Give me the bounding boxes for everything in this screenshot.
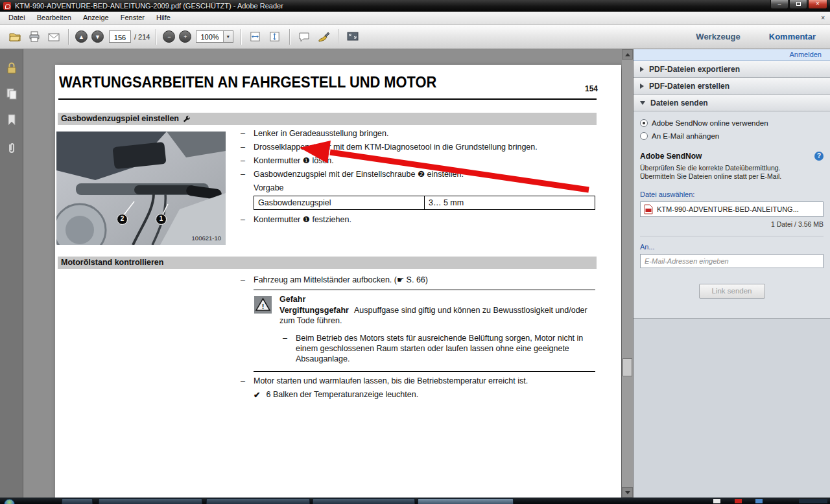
taskbar-button[interactable] [313,498,415,504]
vertical-scrollbar[interactable] [622,49,633,498]
page-number-input[interactable] [110,32,130,43]
email-button[interactable] [46,29,62,45]
send-link-button[interactable]: Link senden [699,284,765,299]
next-page-button[interactable]: ▼ [91,30,104,43]
maximize-button[interactable] [789,0,807,9]
previous-page-button[interactable]: ▲ [75,30,88,43]
taskbar-clock[interactable] [799,499,827,503]
navigation-strip [0,49,23,498]
panel-send-files[interactable]: Dateien senden [634,95,830,111]
warning-bang: ! [262,303,265,310]
tray-icon[interactable] [755,499,763,503]
security-lock-button[interactable] [5,61,19,75]
list-item: Kontermutter ❶ festziehen. [239,214,597,225]
chevron-right-icon [640,67,644,72]
window-controls: – × [770,0,827,9]
toolbar-separator [338,29,338,45]
toolbar-separator [241,29,241,45]
panel-export-pdf[interactable]: PDF-Dateien exportieren [634,61,830,78]
envelope-icon [47,30,60,43]
list-item: Kontermutter ❶ lösen. [239,155,597,166]
sign-in-link[interactable]: Anmelden [634,49,830,61]
panel-label: PDF-Dateien erstellen [649,82,729,91]
radio-label: Adobe SendNow online verwenden [652,119,768,127]
warning-keyword: Vergiftungsgefahr [279,306,349,315]
service-name: Adobe SendNow [640,152,702,161]
lock-icon [5,61,19,75]
scroll-down-button[interactable] [622,487,633,498]
print-button[interactable] [27,29,42,45]
spec-table: Gasbowdenzugspiel 3… 5 mm [254,196,595,210]
radio-button-icon[interactable] [640,132,648,140]
chevron-down-icon[interactable]: ▼ [223,31,233,42]
zoom-level-select[interactable]: 100% ▼ [196,30,233,43]
menu-anzeige[interactable]: Anzeige [77,12,115,24]
file-summary: 1 Datei / 3.56 MB [640,220,824,228]
page-thumbnails-button[interactable] [5,87,19,101]
photo-illustration: 100621-10 [56,132,226,245]
taskbar-button-active[interactable] [418,498,514,504]
fullscreen-button[interactable] [345,29,361,45]
radio-button-selected-icon[interactable] [640,119,648,127]
file-name: KTM-990-ADVENTURE-BED-ANLEITUNG... [657,205,799,213]
close-button[interactable]: × [808,0,827,9]
handlebar-photo: 100621-10 2 1 [56,132,226,245]
menu-hilfe[interactable]: Hilfe [150,12,176,24]
scroll-up-button[interactable] [622,49,633,60]
radio-label: An E-Mail anhängen [652,132,719,140]
menu-fenster[interactable]: Fenster [115,12,150,24]
help-icon[interactable]: ? [814,152,824,161]
instruction-list: Lenker in Geradeausstellung bringen. Dro… [239,128,597,228]
section-heading-motoroelstand: Motorölstand kontrollieren [58,257,597,269]
check-text: 6 Balken der Temperaturanzeige leuchten. [266,390,418,400]
page-title: WARTUNGSARBEITEN AN FAHRGESTELL UND MOTO… [59,74,436,91]
fullscreen-icon [346,30,359,43]
menu-bearbeiten[interactable]: Bearbeiten [31,12,77,24]
radio-sendnow-online[interactable]: Adobe SendNow online verwenden [640,119,824,127]
titlebar: KTM-990-ADVENTURE-BED-ANLEITUNG-2009.pdf… [0,0,830,12]
fit-page-button[interactable] [267,29,283,45]
warning-triangle-icon: ! [254,296,272,314]
fit-width-button[interactable] [248,29,263,45]
pdf-icon [644,204,653,214]
menu-datei[interactable]: Datei [3,12,31,24]
zoom-out-button[interactable]: − [163,30,175,43]
taskbar-button[interactable] [62,498,93,504]
open-file-button[interactable] [7,29,23,45]
document-area: WARTUNGSARBEITEN AN FAHRGESTELL UND MOTO… [23,49,633,498]
check-row: ✔ 6 Balken der Temperaturanzeige leuchte… [254,390,418,400]
email-address-input[interactable] [640,254,824,268]
radio-attach-email[interactable]: An E-Mail anhängen [640,132,824,140]
tray-icon[interactable] [735,499,742,503]
section-heading-gasbowdenzugspiel: Gasbowdenzugspiel einstellen [58,113,597,125]
spec-table-value: 3… 5 mm [425,196,595,209]
scrollbar-thumb[interactable] [622,358,632,376]
minimize-button[interactable]: – [770,0,788,9]
title-rule [58,98,597,100]
bookmarks-button[interactable] [5,113,19,127]
comment-bubble-button[interactable] [296,29,312,45]
list-item: Fahrzeug am Mittelständer aufbocken. (☛ … [239,275,597,285]
toolbar: ▲ ▼ / 214 − + 100% ▼ [0,25,830,49]
tools-panel-button[interactable]: Werkzeuge [696,32,740,41]
close-icon[interactable]: × [821,14,825,21]
taskbar-button[interactable] [206,498,310,504]
attachments-button[interactable] [5,141,19,155]
toolbar-separator [156,29,156,45]
sign-button[interactable] [316,29,331,45]
triangle-down-icon [625,491,630,494]
selected-file-item[interactable]: KTM-990-ADVENTURE-BED-ANLEITUNG... [640,201,824,217]
section1-heading-text: Gasbowdenzugspiel einstellen [61,113,179,125]
zoom-in-button[interactable]: + [179,30,191,43]
tray-icon[interactable] [713,499,720,503]
fit-page-icon [268,30,281,43]
comment-panel-button[interactable]: Kommentar [769,32,816,41]
warning-title: Gefahr [279,295,305,304]
warning-sub-item: Beim Betrieb des Motors stets für ausrei… [281,333,596,364]
bookmark-icon [5,113,19,127]
printer-icon [28,30,41,43]
taskbar-button[interactable] [99,498,202,504]
panel-create-pdf[interactable]: PDF-Dateien erstellen [634,78,830,95]
start-button[interactable] [4,499,15,504]
description-line: Übermitteln Sie Dateien online statt per… [640,172,824,181]
